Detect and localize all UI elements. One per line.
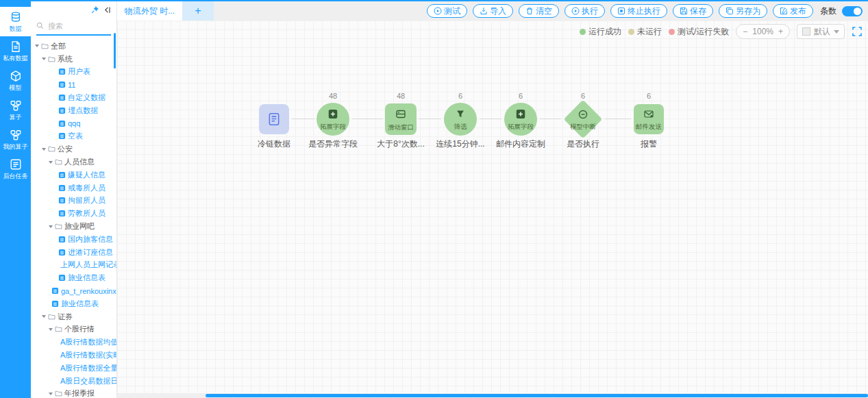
mail-send-icon (644, 109, 654, 121)
tree-folder[interactable]: 人员信息 (31, 156, 116, 169)
rail-item-model[interactable]: 模型 (0, 66, 31, 95)
tree-table-item[interactable]: 自定义数据 (31, 91, 116, 104)
save-as-button[interactable]: 另存为 (719, 4, 767, 18)
tree-folder[interactable]: 公安 (31, 142, 116, 156)
clear-button[interactable]: 清空 (519, 4, 559, 18)
table-icon (58, 274, 66, 282)
tree-list: 全部 系统 用户表 11 自定义数据 埋点数据 qqq 空表 公安 人员信息 嫌… (31, 38, 116, 398)
tree-table-item[interactable]: qqq (31, 117, 116, 130)
flow-node-mail-send[interactable]: 邮件发送 (634, 104, 664, 134)
rail-item-operator[interactable]: 算子 (0, 95, 31, 125)
flow-node-source[interactable] (259, 104, 289, 134)
tree-table-item[interactable]: 旅业信息表 (31, 271, 116, 284)
layout-preset-dropdown[interactable]: 默认 (797, 24, 845, 39)
tree-table-item[interactable]: A股行情数据全量(2分 (31, 362, 116, 375)
tree-folder[interactable]: 旅业网吧 (31, 220, 116, 233)
plus-square-icon (329, 109, 338, 121)
fullscreen-button[interactable] (852, 26, 863, 37)
zoom-in-button[interactable]: + (778, 27, 783, 36)
rail-item-label: 后台任务 (3, 173, 28, 179)
flow-canvas[interactable]: 运行成功 未运行 测试/运行失败 − 100% + 默认 (117, 21, 868, 398)
publish-button[interactable]: 发布 (773, 4, 813, 18)
play-circle-icon (571, 7, 580, 15)
task-list-icon (10, 158, 22, 171)
rail-item-label: 算子 (10, 114, 22, 121)
run-button[interactable]: 执行 (565, 4, 605, 18)
tree-folder[interactable]: 证券 (31, 310, 116, 323)
stop-run-button[interactable]: 终止执行 (610, 4, 667, 18)
zoom-out-button[interactable]: − (743, 27, 747, 36)
save-button[interactable]: 保存 (673, 4, 713, 18)
tree-folder[interactable]: 个股行情 (31, 323, 116, 336)
flow-node-expand-field[interactable]: 拓展字段 (317, 103, 349, 136)
add-tab-button[interactable]: + (182, 1, 214, 21)
left-nav-rail: 数据 私有数据 模型 算子 我的算子 后台任务 (0, 1, 31, 398)
table-icon (58, 81, 66, 88)
flow-link (540, 119, 561, 119)
flow-node-filter[interactable]: 筛选 (444, 103, 477, 136)
node-label: 报警 (608, 138, 690, 150)
tree-scrollbar-thumb[interactable] (114, 33, 116, 69)
rail-item-my-operator[interactable]: 我的算子 (0, 125, 31, 154)
rail-item-background-tasks[interactable]: 后台任务 (0, 154, 31, 184)
rail-item-data[interactable]: 数据 (0, 7, 31, 36)
status-dot-success (580, 29, 586, 35)
status-dot-fail (669, 29, 675, 35)
tree-table-item[interactable]: 埋点数据 (31, 104, 116, 117)
publish-icon (780, 7, 788, 15)
tree-table-item[interactable]: 国内旅客信息 (31, 233, 116, 246)
table-icon (58, 210, 66, 217)
canvas-hscroll-thumb[interactable] (206, 394, 868, 397)
private-data-icon (10, 40, 22, 53)
collapse-panel-icon[interactable] (103, 6, 111, 14)
tree-table-item[interactable]: ga_t_renkouxinx (31, 284, 116, 297)
node-count: 6 (635, 92, 662, 100)
table-icon (58, 120, 66, 127)
preset-swatch-icon (802, 27, 810, 36)
caret-down-icon (49, 328, 53, 331)
tab-active[interactable]: 物流外贸 时... (117, 1, 182, 21)
caret-down-icon (35, 45, 39, 47)
tree-table-item[interactable]: 戒毒所人员 (31, 182, 116, 195)
tree-folder[interactable]: 年报季报 (31, 388, 116, 398)
tree-table-item[interactable]: 劳教所人员 (31, 207, 116, 220)
tree-table-item[interactable]: 上网人员上网记录 (31, 259, 116, 272)
caret-down-icon (42, 315, 46, 318)
status-dot-idle (628, 29, 634, 35)
node-count: 48 (387, 92, 414, 100)
minus-circle-icon (578, 110, 588, 122)
tree-search-box (36, 18, 111, 36)
node-count: 6 (507, 92, 534, 100)
tree-folder[interactable]: 全部 (31, 40, 116, 53)
tree-table-item[interactable]: 旅业信息表 (31, 297, 116, 310)
flow-node-expand-field-2[interactable]: 拓展字段 (504, 103, 537, 136)
tree-table-item[interactable]: 空表 (31, 130, 116, 143)
flow-node-sliding-window[interactable]: 滑动窗口 (385, 103, 417, 135)
table-icon (58, 184, 66, 192)
tree-table-item[interactable]: A股行情数据均值(日线 (31, 336, 116, 349)
tree-table-item[interactable]: 拘留所人员 (31, 195, 116, 208)
rail-item-label: 数据 (10, 25, 22, 32)
filter-icon (456, 109, 465, 121)
caret-down-icon (49, 393, 53, 395)
save-as-icon (726, 7, 734, 15)
tree-table-item[interactable]: 11 (31, 78, 116, 91)
tree-table-item[interactable]: A股日交易数据日线) (31, 375, 116, 388)
tree-table-item[interactable]: 进港订座信息 (31, 246, 116, 259)
tree-table-item[interactable]: A股行情数据(实时) (31, 349, 116, 362)
tree-folder[interactable]: 系统 (31, 53, 116, 66)
tree-table-item[interactable]: 用户表 (31, 66, 116, 79)
import-button[interactable]: 导入 (473, 4, 513, 18)
table-icon (58, 94, 66, 101)
folder-icon (41, 43, 49, 49)
test-button[interactable]: 测试 (427, 4, 467, 18)
caret-down-icon (42, 58, 46, 60)
document-icon (267, 112, 281, 126)
tree-table-item[interactable]: 嫌疑人信息 (31, 169, 116, 182)
rail-item-private-data[interactable]: 私有数据 (0, 36, 31, 66)
pin-icon[interactable] (91, 5, 99, 14)
table-icon (58, 197, 66, 204)
search-input[interactable] (47, 21, 108, 31)
rows-count-toggle[interactable] (842, 6, 863, 16)
window-icon (396, 109, 406, 121)
